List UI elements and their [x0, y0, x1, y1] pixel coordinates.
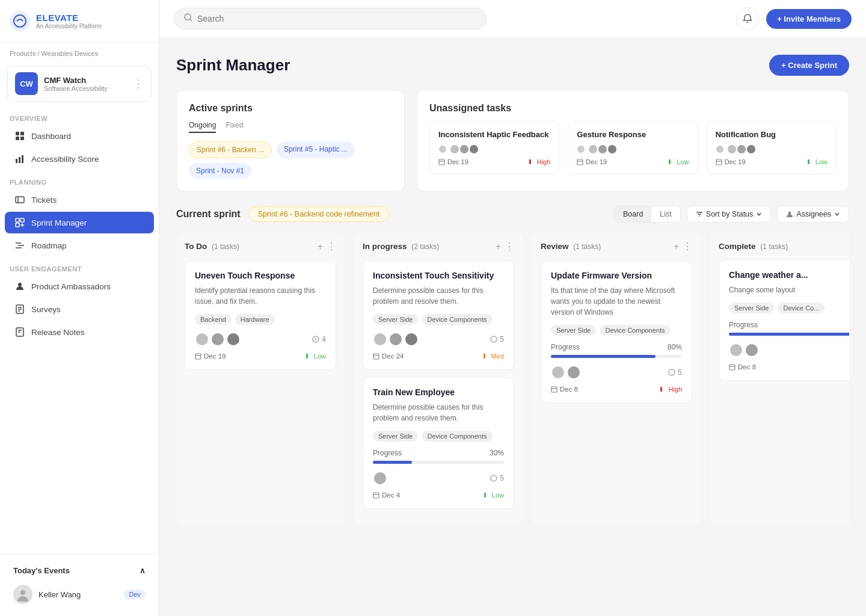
col-more-inprogress[interactable]: ⋮ — [505, 241, 514, 252]
svg-rect-60 — [551, 387, 557, 392]
col-title-complete: Complete (1 tasks) — [719, 242, 788, 251]
today-events-header[interactable]: Today's Events ∧ — [7, 561, 152, 580]
svg-rect-12 — [16, 223, 19, 227]
priority-icon — [306, 353, 312, 359]
sidebar-item-roadmap[interactable]: Roadmap — [5, 235, 154, 256]
search-input[interactable] — [197, 14, 476, 23]
tag-server-side-r: Server Side — [551, 325, 596, 336]
svg-rect-10 — [16, 218, 19, 222]
card-avatars-inprogress-1 — [373, 471, 387, 485]
sprint-tab-ongoing[interactable]: Ongoing — [189, 121, 216, 133]
sprint-pill-2[interactable]: Sprint - Nov #1 — [189, 163, 251, 179]
col-more-review[interactable]: ⋮ — [683, 241, 692, 252]
col-title-inprogress: In progress (2 tasks) — [363, 242, 439, 251]
sidebar-item-surveys[interactable]: Surveys — [5, 298, 154, 320]
event-avatar — [13, 585, 32, 604]
nav-section-overview: Overview — [0, 106, 159, 125]
tag-backend: Backend — [195, 314, 232, 325]
chevron-down-icon-assignees — [834, 211, 840, 217]
date-icon: Dec 19 — [438, 158, 468, 165]
sprint-label: Sprint Manager — [31, 218, 87, 227]
progress-bar-fill — [373, 461, 412, 464]
svg-rect-34 — [529, 159, 531, 164]
col-add-inprogress[interactable]: + — [496, 241, 501, 252]
sidebar-item-ambassadors[interactable]: Product Ambassadors — [5, 276, 154, 297]
card-avatar — [729, 343, 743, 357]
notification-button[interactable] — [736, 7, 759, 30]
progress-header-complete-0: Progress — [729, 321, 849, 329]
sprint-pill-0[interactable]: Sprint #6 - Backen ... — [189, 141, 272, 158]
svg-rect-56 — [373, 493, 379, 498]
event-badge: Dev — [124, 590, 146, 599]
card-date-inprogress-0: Dec 24 — [373, 353, 404, 360]
sidebar-item-sprint[interactable]: Sprint Manager — [5, 212, 154, 233]
calendar-icon — [729, 364, 735, 371]
card-avatar — [567, 365, 581, 380]
card-footer-complete-0 — [729, 343, 849, 357]
notes-icon — [14, 327, 25, 337]
unassigned-task-2[interactable]: Notification Bug — [707, 121, 837, 174]
svg-rect-42 — [808, 159, 809, 164]
svg-rect-52 — [373, 354, 379, 359]
col-add-todo[interactable]: + — [318, 241, 323, 252]
tag-device-components-r: Device Components — [600, 325, 670, 336]
card-tags-inprogress-1: Server Side Device Components — [373, 431, 504, 442]
view-board-btn[interactable]: Board — [615, 206, 651, 222]
top-row: Active sprints Ongoing Fixed Sprint #6 -… — [176, 90, 849, 191]
logo-icon — [10, 11, 30, 31]
assignees-btn[interactable]: Assignees — [777, 206, 849, 223]
today-events-section: Today's Events ∧ Keller Wang Dev — [0, 553, 159, 616]
col-header-complete: Complete (1 tasks) + — [719, 241, 849, 251]
svg-line-29 — [190, 19, 192, 21]
unassigned-task-0[interactable]: Inconsistent Haptic Feedback — [429, 121, 559, 174]
svg-rect-54 — [484, 354, 485, 359]
product-avatar: CW — [15, 72, 38, 95]
card-comments-review-0: 5 — [668, 368, 682, 377]
kanban-card-complete-0[interactable]: Change weather a... Change some layout S… — [719, 260, 849, 381]
sprint-pill-1[interactable]: Sprint #5 - Haptic ... — [277, 141, 355, 158]
sidebar-item-releases[interactable]: Release Notes — [5, 321, 154, 343]
tag-server-side-c: Server Side — [729, 303, 774, 313]
card-avatars-todo-0 — [195, 332, 241, 346]
sprint-controls: Board List Sort by Status Ass — [614, 206, 849, 223]
priority-badge-1: Low — [668, 158, 689, 165]
kanban-card-inprogress-0[interactable]: Inconsistent Touch Sensitivity Determine… — [363, 260, 514, 370]
sprint-tab-fixed[interactable]: Fixed — [226, 121, 243, 133]
sort-by-status-btn[interactable]: Sort by Status — [687, 206, 772, 223]
svg-point-31 — [439, 146, 446, 153]
unassigned-task-1-meta — [577, 145, 689, 153]
sidebar-item-tickets[interactable]: Tickets — [5, 189, 154, 211]
unassigned-task-0-meta — [438, 145, 550, 153]
product-menu-icon[interactable]: ⋮ — [133, 77, 144, 90]
person-icon-assignees — [786, 211, 793, 218]
nav-section-engagement: User Engagement — [0, 257, 159, 275]
svg-rect-48 — [195, 354, 201, 359]
svg-point-59 — [669, 369, 675, 375]
sidebar-item-dashboard[interactable]: Dashboard — [5, 125, 154, 147]
progress-bar-fill-review — [551, 355, 656, 358]
sidebar-item-accessibility[interactable]: Accessibility Score — [5, 148, 154, 170]
col-add-review[interactable]: + — [674, 241, 679, 252]
kanban-card-todo-0[interactable]: Uneven Touch Response Identify potential… — [185, 260, 336, 370]
card-footer-inprogress-1: 5 — [373, 471, 504, 485]
product-sub: Software Accessibility — [44, 85, 127, 92]
progress-section-review-0: Progress 80% — [551, 343, 682, 358]
col-actions-todo: + ⋮ — [318, 241, 336, 252]
view-list-btn[interactable]: List — [651, 206, 680, 222]
card-bottom-complete-0: Dec 8 — [729, 363, 849, 371]
roadmap-icon — [14, 240, 25, 251]
unassigned-task-1[interactable]: Gesture Response — [568, 121, 698, 174]
create-sprint-button[interactable]: + Create Sprint — [769, 55, 849, 76]
kanban-card-review-0[interactable]: Update Firmware Version Its that time of… — [541, 260, 692, 403]
card-tags-inprogress-0: Server Side Device Components — [373, 314, 504, 325]
calendar-icon — [373, 492, 379, 499]
col-more-todo[interactable]: ⋮ — [327, 241, 336, 252]
search-bar[interactable] — [174, 8, 487, 29]
product-card[interactable]: CW CMF Watch Software Accessibility ⋮ — [7, 66, 152, 102]
col-count-inprogress: (2 tasks) — [411, 242, 439, 251]
card-date-review-0: Dec 8 — [551, 386, 578, 393]
chevron-up-icon: ∧ — [140, 566, 146, 575]
invite-members-button[interactable]: + Invite Members — [766, 9, 852, 29]
kanban-card-inprogress-1[interactable]: Train New Employee Determine possible ca… — [363, 377, 514, 509]
svg-rect-1 — [16, 132, 19, 135]
